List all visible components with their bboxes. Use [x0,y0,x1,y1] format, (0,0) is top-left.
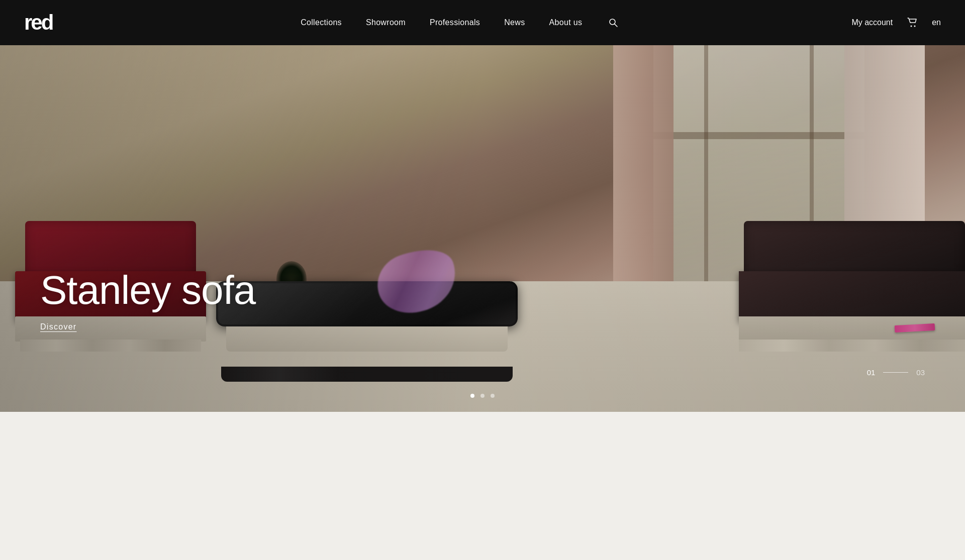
slide-progress-line [883,372,908,373]
slide-dot-3[interactable] [491,394,495,398]
svg-point-4 [914,26,916,27]
hero-title: Stanley sofa [40,270,255,310]
my-account-link[interactable]: My account [851,18,893,27]
slide-total: 03 [916,368,925,377]
cart-button[interactable] [907,17,918,28]
below-hero-section [0,412,965,560]
slide-current: 01 [867,368,876,377]
hero-overlay [0,45,965,412]
hero-content: Stanley sofa Discover [40,270,255,331]
discover-link[interactable]: Discover [40,322,76,331]
slide-dot-2[interactable] [480,394,485,398]
nav-showroom[interactable]: Showroom [366,18,406,27]
slide-dot-1[interactable] [470,394,474,398]
search-icon [608,18,618,28]
main-nav: Collections Showroom Professionals News … [301,16,620,30]
cart-icon [907,17,918,28]
language-selector[interactable]: en [932,18,941,27]
slide-counter: 01 03 [867,368,925,377]
svg-point-3 [911,26,912,27]
nav-professionals[interactable]: Professionals [430,18,480,27]
nav-collections[interactable]: Collections [301,18,342,27]
nav-about[interactable]: About us [549,18,583,27]
logo[interactable]: red [24,11,69,35]
header-right: My account en [851,17,941,28]
search-button[interactable] [606,16,620,30]
slide-dots [470,394,495,398]
svg-line-2 [615,24,618,27]
nav-news[interactable]: News [504,18,525,27]
header: red Collections Showroom Professionals N… [0,0,965,45]
hero-section: Stanley sofa Discover 01 03 [0,45,965,412]
svg-text:red: red [24,11,53,33]
